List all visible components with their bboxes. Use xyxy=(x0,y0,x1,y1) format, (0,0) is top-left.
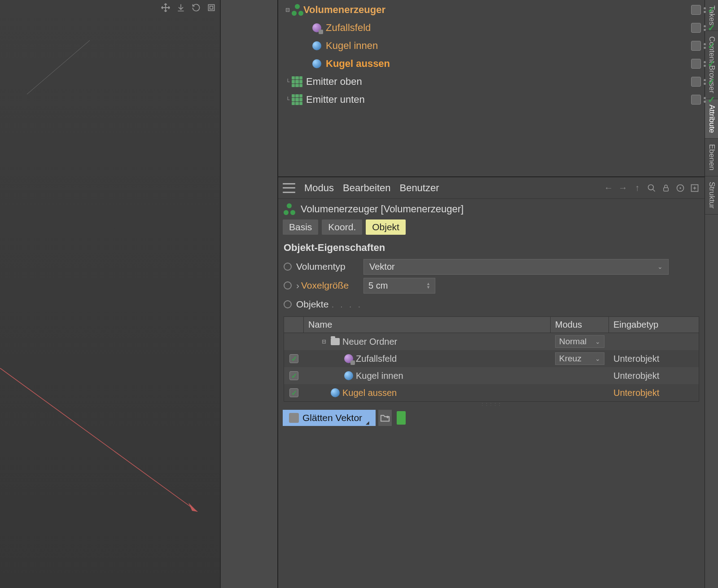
viewport[interactable] xyxy=(0,0,278,588)
add-folder-button[interactable] xyxy=(378,410,392,426)
svg-line-4 xyxy=(27,40,90,94)
volume-icon xyxy=(292,4,303,16)
section-header: Objekt-Eigenschaften xyxy=(278,238,705,257)
tree-branch: └ xyxy=(284,96,292,104)
move-icon[interactable] xyxy=(160,2,171,13)
row-checkbox[interactable]: ✓ xyxy=(289,388,298,397)
emitter-icon xyxy=(292,76,302,87)
volumentyp-dropdown[interactable]: Vektor⌄ xyxy=(363,259,669,275)
object-name[interactable]: Zufallsfeld xyxy=(326,22,371,34)
svg-line-6 xyxy=(653,189,655,191)
attribute-manager[interactable]: Modus Bearbeiten Benutzer ← → ↑ xyxy=(278,177,705,588)
visibility-check-icon[interactable]: ✓ xyxy=(708,58,715,69)
layer-toggle[interactable] xyxy=(691,95,701,105)
voxel-label[interactable]: ›Voxelgröße xyxy=(296,280,359,291)
up-icon[interactable]: ↑ xyxy=(632,183,643,193)
tree-row[interactable]: └Emitter unten ✓ xyxy=(278,91,705,109)
random-field-icon xyxy=(344,354,353,363)
mode-dropdown[interactable]: Normal⌄ xyxy=(555,335,604,348)
row-type: Unterobjekt xyxy=(613,371,659,381)
object-manager[interactable]: ⊟Volumenerzeuger ✓Zufallsfeld ✓Kugel inn… xyxy=(278,0,705,177)
col-type[interactable]: Eingabetyp xyxy=(609,317,699,333)
visibility-check-icon[interactable]: ✓ xyxy=(708,40,715,51)
objects-label: Objekte. . . . xyxy=(296,299,362,310)
tree-row[interactable]: Zufallsfeld ✓ xyxy=(278,19,705,37)
sphere-icon xyxy=(311,40,322,51)
visibility-check-icon[interactable]: ✓ xyxy=(708,94,715,105)
side-tab-ebenen[interactable]: Ebenen xyxy=(705,139,718,176)
object-name[interactable]: Kugel aussen xyxy=(326,58,390,70)
tab-object[interactable]: Objekt xyxy=(366,219,406,235)
voxel-input[interactable]: 5 cm ▲▼ xyxy=(363,278,435,294)
filter-dropdown-button[interactable]: Glätten Vektor ◢ xyxy=(283,410,376,426)
tree-row[interactable]: ⊟Volumenerzeuger ✓ xyxy=(278,1,705,19)
lock-icon[interactable] xyxy=(661,183,671,193)
row-name[interactable]: Kugel aussen xyxy=(342,388,397,398)
expand-toggle[interactable]: ⊟ xyxy=(320,338,328,346)
search-icon[interactable] xyxy=(646,183,657,193)
layer-toggle[interactable] xyxy=(691,23,701,33)
object-name[interactable]: Emitter oben xyxy=(306,76,362,88)
tree-row[interactable]: Kugel innen ✓ xyxy=(278,37,705,55)
layer-toggle[interactable] xyxy=(691,5,701,15)
viewport-grid-line xyxy=(27,40,108,94)
visibility-check-icon[interactable]: ✓ xyxy=(708,76,715,87)
side-tab-attribute[interactable]: Attribute xyxy=(705,99,718,139)
visibility-check-icon[interactable]: ✓ xyxy=(708,4,715,15)
volume-icon xyxy=(284,203,295,215)
down-icon[interactable] xyxy=(175,2,187,13)
table-row[interactable]: ⊟Neuer Ordner Normal⌄ xyxy=(284,333,699,350)
tab-basis[interactable]: Basis xyxy=(283,219,318,235)
tab-coord[interactable]: Koord. xyxy=(322,219,362,235)
row-name[interactable]: Neuer Ordner xyxy=(342,337,397,347)
user-menu[interactable]: Benutzer xyxy=(399,182,439,194)
mode-menu[interactable]: Modus xyxy=(304,182,334,194)
tree-branch: └ xyxy=(284,78,292,86)
volumentyp-label: Volumentyp xyxy=(296,261,359,272)
emitter-icon xyxy=(292,94,302,105)
back-icon[interactable]: ← xyxy=(603,183,614,193)
frame-icon[interactable] xyxy=(206,2,217,13)
svg-point-9 xyxy=(680,188,681,189)
refresh-icon[interactable] xyxy=(190,2,202,13)
table-row[interactable]: ✓ Zufallsfeld Kreuz⌄ Unterobjekt xyxy=(284,350,699,367)
object-name[interactable]: Kugel innen xyxy=(326,40,378,52)
layer-toggle[interactable] xyxy=(691,41,701,51)
edit-menu[interactable]: Bearbeiten xyxy=(343,182,390,194)
cache-button[interactable] xyxy=(394,410,408,426)
table-row[interactable]: ✓ Kugel aussen Unterobjekt xyxy=(284,384,699,401)
row-type: Unterobjekt xyxy=(613,388,659,398)
layer-toggle[interactable] xyxy=(691,77,701,87)
sphere-icon xyxy=(331,388,340,397)
object-name[interactable]: Emitter unten xyxy=(306,94,365,105)
object-name[interactable]: Volumenerzeuger xyxy=(303,4,385,16)
new-icon[interactable] xyxy=(689,183,700,193)
svg-point-5 xyxy=(648,184,654,190)
row-name[interactable]: Zufallsfeld xyxy=(356,354,397,364)
mode-dropdown[interactable]: Kreuz⌄ xyxy=(555,352,604,365)
row-checkbox[interactable]: ✓ xyxy=(289,354,298,363)
svg-rect-0 xyxy=(208,4,214,10)
tree-row[interactable]: └Emitter oben ✓ xyxy=(278,73,705,91)
side-tab-struktur[interactable]: Struktur xyxy=(705,176,718,215)
menu-icon[interactable] xyxy=(283,183,295,193)
col-mode[interactable]: Modus xyxy=(551,317,609,333)
resize-grip[interactable]: : : : : : xyxy=(278,402,705,406)
row-checkbox[interactable]: ✓ xyxy=(289,371,298,380)
tree-row[interactable]: Kugel aussen ✓ xyxy=(278,55,705,73)
forward-icon[interactable]: → xyxy=(617,183,628,193)
anim-toggle[interactable] xyxy=(284,263,292,271)
visibility-check-icon[interactable]: ✓ xyxy=(708,22,715,33)
smooth-vector-icon xyxy=(289,413,299,423)
objects-table[interactable]: Name Modus Eingabetyp ⊟Neuer Ordner Norm… xyxy=(284,316,699,402)
expand-toggle[interactable]: ⊟ xyxy=(284,6,292,14)
target-icon[interactable] xyxy=(675,183,686,193)
anim-toggle[interactable] xyxy=(284,281,292,290)
row-name[interactable]: Kugel innen xyxy=(356,371,403,381)
svg-rect-7 xyxy=(664,188,669,191)
col-name[interactable]: Name xyxy=(304,317,551,333)
layer-toggle[interactable] xyxy=(691,59,701,69)
anim-toggle[interactable] xyxy=(284,300,292,308)
table-row[interactable]: ✓ Kugel innen Unterobjekt xyxy=(284,367,699,384)
folder-icon xyxy=(331,338,340,345)
